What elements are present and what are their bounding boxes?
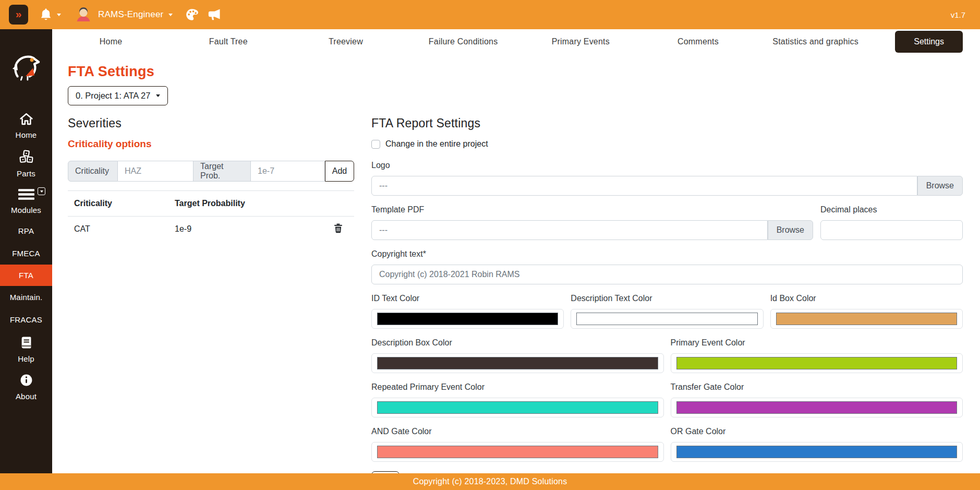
and-gate-color-field: AND Gate Color: [371, 427, 664, 462]
sidebar-item-help[interactable]: Help: [0, 331, 52, 368]
and-gate-color-picker[interactable]: [371, 442, 664, 462]
color-label: OR Gate Color: [671, 427, 963, 436]
id-text-color-picker[interactable]: [371, 309, 564, 329]
color-label: Id Box Color: [770, 294, 963, 303]
fta-report-settings-heading: FTA Report Settings: [371, 116, 963, 130]
sidebar-item-parts[interactable]: Parts: [0, 145, 52, 183]
notifications-bell-icon[interactable]: [40, 8, 52, 21]
notifications-caret-icon[interactable]: [57, 14, 61, 16]
logo-browse-button[interactable]: Browse: [917, 176, 963, 196]
sidebar-item-home[interactable]: Home: [0, 107, 52, 145]
tab-treeview[interactable]: Treeview: [287, 37, 404, 46]
sidebar-item-label: FTA: [19, 271, 33, 280]
criticality-label: Criticality: [68, 161, 118, 182]
sidebar-item-label: Help: [18, 354, 34, 363]
criticality-input[interactable]: [118, 161, 193, 182]
repeated-primary-event-color-field: Repeated Primary Event Color: [371, 383, 664, 417]
menu-icon: [18, 188, 34, 202]
sidebar-item-label: RPA: [18, 226, 34, 235]
app-version: v1.7: [951, 10, 965, 19]
template-pdf-field: Template PDF Browse: [371, 205, 813, 240]
sidebar-item-fmeca[interactable]: FMECA: [0, 242, 52, 265]
page-title: FTA Settings: [68, 64, 963, 80]
page-body: FTA Settings 0. Project 1: ATA 27 Severi…: [52, 54, 980, 473]
tab-failure-conditions[interactable]: Failure Conditions: [405, 37, 522, 46]
entire-project-label: Change in the entire project: [385, 139, 488, 149]
sidebar-item-maintain[interactable]: Maintain.: [0, 286, 52, 308]
chevron-down-icon: [156, 94, 160, 97]
robin-bird-logo[interactable]: [11, 51, 41, 83]
color-swatch: [377, 313, 558, 325]
tab-home[interactable]: Home: [52, 37, 170, 46]
primary-event-color-picker[interactable]: [671, 353, 963, 373]
entire-project-checkbox[interactable]: [371, 140, 380, 149]
target-prob-label: Target Prob.: [193, 161, 251, 182]
sidebar-item-label: Parts: [17, 169, 35, 178]
sidebar-item-label: About: [16, 392, 37, 401]
fta-report-settings-panel: FTA Report Settings Change in the entire…: [371, 116, 963, 473]
user-menu-caret-icon[interactable]: [168, 14, 173, 16]
transfer-gate-color-picker[interactable]: [671, 398, 963, 417]
decimal-places-input[interactable]: [820, 220, 963, 240]
color-label: Description Text Color: [571, 294, 763, 303]
sidebar-item-about[interactable]: About: [0, 368, 52, 406]
home-icon: [19, 113, 33, 127]
add-severity-button[interactable]: Add: [325, 161, 354, 182]
color-label: ID Text Color: [371, 294, 564, 303]
sidebar-item-label: FRACAS: [10, 315, 42, 324]
sidebar-collapse-button[interactable]: »: [9, 5, 28, 25]
copyright-text-field: Copyright text*: [371, 249, 963, 284]
app-window: » RAMS-Engineer: [0, 0, 980, 490]
template-pdf-input[interactable]: [371, 220, 768, 240]
sidebar-item-label: FMECA: [12, 249, 40, 258]
color-swatch: [377, 401, 658, 414]
copyright-text-input[interactable]: [371, 265, 963, 284]
tab-settings[interactable]: Settings: [895, 31, 963, 53]
sidebar-item-fracas[interactable]: FRACAS: [0, 308, 52, 331]
cell-criticality: CAT: [68, 217, 168, 242]
template-pdf-browse-button[interactable]: Browse: [768, 220, 813, 240]
top-bar: » RAMS-Engineer: [0, 0, 980, 29]
tab-comments[interactable]: Comments: [639, 37, 757, 46]
cubes-icon: [19, 150, 34, 165]
decimal-places-label: Decimal places: [820, 205, 963, 214]
copyright-text-label: Copyright text*: [371, 249, 963, 259]
project-selector-dropdown[interactable]: 0. Project 1: ATA 27: [68, 86, 168, 105]
user-avatar[interactable]: [75, 6, 92, 23]
entire-project-row: Change in the entire project: [371, 139, 963, 149]
main-region: Home Parts: [0, 29, 980, 473]
delete-severity-button[interactable]: [334, 223, 343, 235]
or-gate-color-picker[interactable]: [671, 442, 963, 462]
severities-panel: Severities Criticality options Criticali…: [68, 116, 354, 473]
color-swatch: [676, 357, 958, 369]
theme-palette-icon[interactable]: [185, 8, 199, 21]
sidebar-item-fta[interactable]: FTA: [0, 265, 52, 286]
transfer-gate-color-field: Transfer Gate Color: [671, 383, 963, 417]
criticality-form: Criticality Target Prob. Add: [68, 161, 354, 182]
tab-primary-events[interactable]: Primary Events: [522, 37, 639, 46]
user-name[interactable]: RAMS-Engineer: [98, 9, 163, 20]
color-label: Primary Event Color: [671, 338, 963, 348]
primary-event-color-field: Primary Event Color: [671, 338, 963, 373]
color-label: AND Gate Color: [371, 427, 664, 436]
repeated-primary-event-color-picker[interactable]: [371, 398, 664, 417]
id-box-color-picker[interactable]: [770, 309, 963, 329]
logo-file-input[interactable]: [371, 176, 917, 196]
target-prob-input[interactable]: [251, 161, 325, 182]
color-swatch: [676, 401, 958, 414]
footer-copyright: Copyright (c) 2018-2023, DMD Solutions: [413, 477, 567, 486]
sidebar: Home Parts: [0, 29, 52, 473]
tab-statistics-and-graphics[interactable]: Statistics and graphics: [757, 37, 874, 46]
project-selector-value: 0. Project 1: ATA 27: [76, 91, 150, 101]
severities-table: Criticality Target Probability CAT 1e-9: [68, 190, 354, 242]
description-text-color-field: Description Text Color: [571, 294, 763, 329]
sidebar-item-modules[interactable]: Modules: [0, 183, 52, 220]
sidebar-item-rpa[interactable]: RPA: [0, 220, 52, 242]
tab-fault-tree[interactable]: Fault Tree: [170, 37, 287, 46]
column-header-criticality: Criticality: [68, 191, 168, 217]
modules-dropdown-icon[interactable]: [38, 187, 45, 195]
announcements-megaphone-icon[interactable]: [207, 8, 221, 21]
description-box-color-picker[interactable]: [371, 353, 664, 373]
color-swatch: [377, 446, 658, 458]
description-text-color-picker[interactable]: [571, 309, 763, 329]
